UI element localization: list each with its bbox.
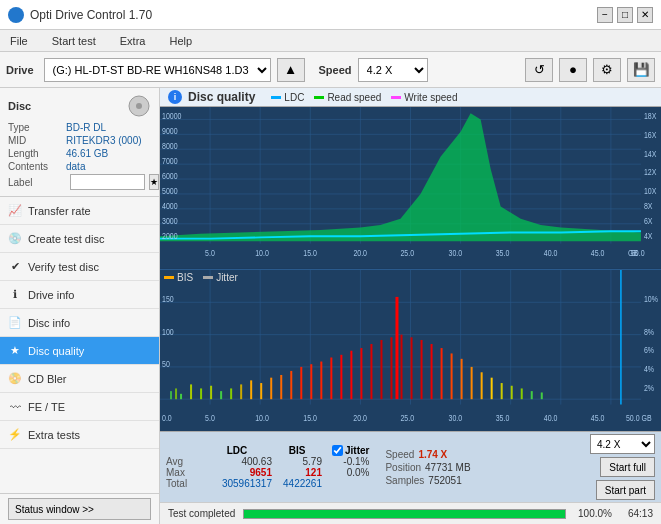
svg-text:10X: 10X bbox=[644, 186, 657, 196]
nav-label-cd-bler: CD Bler bbox=[28, 373, 67, 385]
svg-rect-79 bbox=[320, 361, 322, 399]
ldc-legend-label: LDC bbox=[284, 92, 304, 103]
sidebar-item-create-test-disc[interactable]: 💿 Create test disc bbox=[0, 225, 159, 253]
jitter-checkbox[interactable] bbox=[332, 445, 343, 456]
content-area: i Disc quality LDC Read speed Write spee… bbox=[160, 88, 661, 524]
nav-label-transfer-rate: Transfer rate bbox=[28, 205, 91, 217]
elapsed-time: 64:13 bbox=[628, 508, 653, 519]
sidebar-item-verify-test-disc[interactable]: ✔ Verify test disc bbox=[0, 253, 159, 281]
svg-rect-69 bbox=[220, 391, 222, 399]
charts-area: 10000 9000 8000 7000 6000 5000 4000 3000… bbox=[160, 107, 661, 431]
speed-dropdown[interactable]: 4.2 X bbox=[590, 434, 655, 454]
svg-rect-73 bbox=[260, 383, 262, 399]
svg-rect-95 bbox=[471, 366, 473, 398]
cd-bler-icon: 📀 bbox=[8, 372, 22, 386]
maximize-button[interactable]: □ bbox=[617, 7, 633, 23]
menu-file[interactable]: File bbox=[4, 33, 34, 49]
toolbar-btn-1[interactable]: ↺ bbox=[525, 58, 553, 82]
eject-icon: ▲ bbox=[284, 62, 297, 77]
speed-select[interactable]: 4.2 X bbox=[358, 58, 428, 82]
total-spacer bbox=[322, 478, 332, 489]
svg-rect-66 bbox=[190, 384, 192, 399]
drive-select[interactable]: (G:) HL-DT-ST BD-RE WH16NS48 1.D3 bbox=[44, 58, 271, 82]
drive-info-icon: ℹ bbox=[8, 288, 22, 302]
title-bar-left: Opti Drive Control 1.70 bbox=[8, 7, 152, 23]
refresh-icon: ↺ bbox=[534, 62, 545, 77]
svg-rect-94 bbox=[461, 358, 463, 398]
length-value: 46.61 GB bbox=[66, 148, 108, 159]
svg-rect-89 bbox=[411, 337, 413, 399]
ldc-chart-svg: 10000 9000 8000 7000 6000 5000 4000 3000… bbox=[160, 107, 661, 269]
total-ldc: 305961317 bbox=[202, 478, 272, 489]
menu-help[interactable]: Help bbox=[163, 33, 198, 49]
svg-text:8%: 8% bbox=[644, 325, 655, 336]
max-jitter: 0.0% bbox=[332, 467, 369, 478]
sidebar-item-fe-te[interactable]: 〰 FE / TE bbox=[0, 393, 159, 421]
minimize-button[interactable]: − bbox=[597, 7, 613, 23]
svg-text:15.0: 15.0 bbox=[303, 248, 317, 258]
window-controls[interactable]: − □ ✕ bbox=[597, 7, 653, 23]
total-key: Total bbox=[166, 478, 202, 489]
sidebar-item-transfer-rate[interactable]: 📈 Transfer rate bbox=[0, 197, 159, 225]
stats-area: LDC BIS Jitter Avg 400 bbox=[160, 431, 661, 502]
progress-bar bbox=[243, 509, 566, 519]
svg-rect-101 bbox=[531, 391, 533, 399]
svg-text:GB: GB bbox=[628, 248, 638, 258]
sidebar-item-extra-tests[interactable]: ⚡ Extra tests bbox=[0, 421, 159, 449]
svg-rect-64 bbox=[175, 388, 177, 399]
col-jitter-header: Jitter bbox=[332, 445, 369, 456]
label-row: Label ★ bbox=[8, 174, 151, 190]
status-window-button[interactable]: Status window >> bbox=[8, 498, 151, 520]
toolbar-btn-3[interactable]: ⚙ bbox=[593, 58, 621, 82]
toolbar-btn-2[interactable]: ● bbox=[559, 58, 587, 82]
bis-legend: BIS Jitter bbox=[164, 272, 238, 283]
menu-extra[interactable]: Extra bbox=[114, 33, 152, 49]
disc-header: Disc bbox=[8, 94, 151, 118]
start-full-button[interactable]: Start full bbox=[600, 457, 655, 477]
svg-text:45.0: 45.0 bbox=[591, 411, 605, 422]
label-button[interactable]: ★ bbox=[149, 174, 159, 190]
sidebar-item-cd-bler[interactable]: 📀 CD Bler bbox=[0, 365, 159, 393]
title-bar: Opti Drive Control 1.70 − □ ✕ bbox=[0, 0, 661, 30]
svg-rect-74 bbox=[270, 377, 272, 399]
svg-text:4000: 4000 bbox=[162, 201, 178, 211]
svg-text:50.0 GB: 50.0 GB bbox=[626, 411, 652, 422]
length-key: Length bbox=[8, 148, 66, 159]
app-icon bbox=[8, 7, 24, 23]
svg-rect-76 bbox=[290, 370, 292, 398]
speed-stat-value: 1.74 X bbox=[418, 449, 447, 460]
menu-start-test[interactable]: Start test bbox=[46, 33, 102, 49]
svg-text:9000: 9000 bbox=[162, 127, 178, 137]
ldc-legend-color bbox=[271, 96, 281, 99]
write-speed-legend-label: Write speed bbox=[404, 92, 457, 103]
svg-rect-90 bbox=[421, 339, 423, 398]
eject-button[interactable]: ▲ bbox=[277, 58, 305, 82]
svg-text:14X: 14X bbox=[644, 149, 657, 159]
svg-text:35.0: 35.0 bbox=[496, 411, 510, 422]
svg-text:40.0: 40.0 bbox=[544, 248, 558, 258]
svg-rect-88 bbox=[400, 334, 402, 399]
svg-text:30.0: 30.0 bbox=[449, 248, 463, 258]
status-window-area: Status window >> bbox=[0, 493, 159, 524]
save-icon: 💾 bbox=[633, 62, 650, 77]
svg-text:20.0: 20.0 bbox=[353, 411, 367, 422]
svg-rect-83 bbox=[360, 348, 362, 399]
sidebar-item-disc-info[interactable]: 📄 Disc info bbox=[0, 309, 159, 337]
dq-legend: LDC Read speed Write speed bbox=[271, 92, 457, 103]
svg-text:12X: 12X bbox=[644, 168, 657, 178]
avg-key: Avg bbox=[166, 456, 202, 467]
avg-row: Avg 400.63 5.79 -0.1% bbox=[166, 456, 369, 467]
svg-text:6X: 6X bbox=[644, 216, 653, 226]
sidebar-item-disc-quality[interactable]: ★ Disc quality bbox=[0, 337, 159, 365]
close-button[interactable]: ✕ bbox=[637, 7, 653, 23]
toolbar-btn-4[interactable]: 💾 bbox=[627, 58, 655, 82]
svg-rect-86 bbox=[390, 337, 392, 399]
jitter-checkbox-label[interactable]: Jitter bbox=[332, 445, 369, 456]
sidebar-item-drive-info[interactable]: ℹ Drive info bbox=[0, 281, 159, 309]
svg-text:4%: 4% bbox=[644, 363, 655, 374]
start-part-button[interactable]: Start part bbox=[596, 480, 655, 500]
jitter-color bbox=[203, 276, 213, 279]
label-input[interactable] bbox=[70, 174, 145, 190]
col-ldc-header: LDC bbox=[202, 445, 272, 456]
svg-rect-63 bbox=[170, 391, 172, 399]
